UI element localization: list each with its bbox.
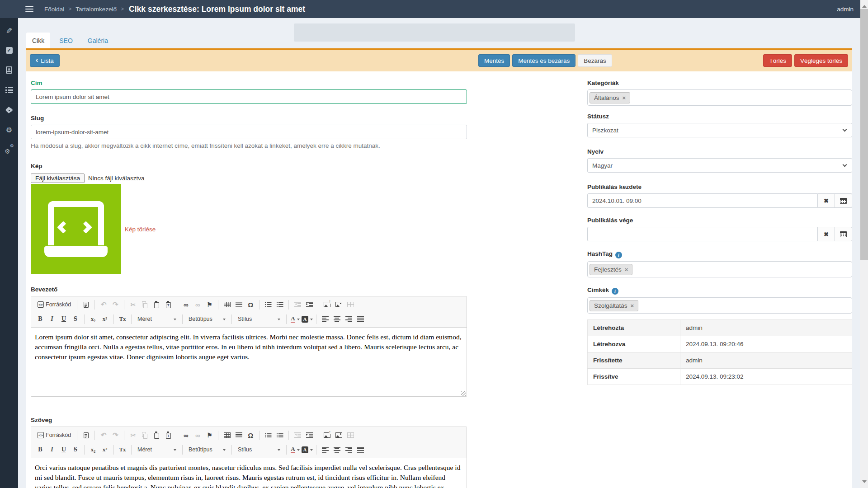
- image-button[interactable]: [333, 299, 344, 310]
- breadcrumb-cms-link[interactable]: Tartalomkezelő: [75, 6, 117, 13]
- align-left-button[interactable]: [320, 444, 330, 455]
- save-button[interactable]: Mentés: [478, 54, 510, 67]
- image-upload-button[interactable]: [321, 299, 332, 310]
- scroll-down-arrow-icon[interactable]: [862, 480, 867, 485]
- align-right-button[interactable]: [343, 314, 354, 324]
- sidebar-item-settings[interactable]: ⚙: [5, 126, 14, 134]
- paste-from-word-button[interactable]: [163, 299, 174, 310]
- copy-button[interactable]: [139, 299, 150, 310]
- publish-start-input[interactable]: [587, 193, 818, 208]
- text-color-button[interactable]: A: [290, 444, 301, 455]
- undo-button[interactable]: ↶: [98, 430, 109, 441]
- style-select[interactable]: Stílus: [235, 444, 283, 455]
- source-button[interactable]: Forráskód: [35, 430, 74, 441]
- scroll-up-arrow-icon[interactable]: [862, 3, 867, 8]
- font-family-select[interactable]: Betűtípus: [185, 314, 229, 324]
- sidebar-item-system[interactable]: ⚙⚙: [5, 145, 14, 154]
- anchor-button[interactable]: ⚑: [204, 430, 215, 441]
- paste-button[interactable]: [151, 299, 162, 310]
- unlink-button[interactable]: ∞: [192, 430, 203, 441]
- sidebar-item-contacts[interactable]: [5, 66, 14, 74]
- subscript-button[interactable]: x₂: [88, 314, 99, 324]
- superscript-button[interactable]: x²: [99, 444, 110, 455]
- tab-seo[interactable]: SEO: [53, 33, 79, 48]
- redo-button[interactable]: ↷: [110, 299, 121, 310]
- info-icon[interactable]: i: [615, 252, 622, 258]
- cut-button[interactable]: ✂: [127, 299, 138, 310]
- image-upload-button[interactable]: [321, 430, 332, 441]
- text-color-button[interactable]: A: [290, 314, 301, 324]
- remove-tag-icon[interactable]: ×: [623, 95, 626, 101]
- remove-format-button[interactable]: Tx: [117, 444, 128, 455]
- superscript-button[interactable]: x²: [99, 314, 110, 324]
- menu-toggle-button[interactable]: [25, 6, 33, 13]
- delete-button[interactable]: Törlés: [763, 54, 792, 67]
- align-justify-button[interactable]: [355, 444, 366, 455]
- tab-cikk[interactable]: Cikk: [26, 33, 50, 48]
- bold-button[interactable]: B: [35, 314, 46, 324]
- font-size-select[interactable]: Méret: [134, 314, 179, 324]
- table-button[interactable]: [222, 299, 232, 310]
- font-family-select[interactable]: Betűtípus: [185, 444, 229, 455]
- labels-tag-input[interactable]: Szolgáltatás ×: [587, 297, 852, 314]
- save-and-close-button[interactable]: Mentés és bezárás: [512, 54, 576, 67]
- italic-button[interactable]: I: [47, 444, 57, 455]
- info-icon[interactable]: i: [612, 288, 618, 295]
- undo-button[interactable]: ↶: [98, 299, 109, 310]
- background-color-button[interactable]: A: [302, 444, 313, 455]
- font-size-select[interactable]: Méret: [134, 444, 179, 455]
- bold-button[interactable]: B: [35, 444, 46, 455]
- templates-button[interactable]: [80, 430, 91, 441]
- bulleted-list-button[interactable]: [274, 299, 285, 310]
- indent-button[interactable]: [304, 430, 315, 441]
- user-menu[interactable]: admin: [837, 6, 854, 13]
- link-button[interactable]: ∞: [180, 430, 191, 441]
- strikethrough-button[interactable]: S: [70, 314, 81, 324]
- iframe-button[interactable]: [345, 299, 356, 310]
- image-button[interactable]: [333, 430, 344, 441]
- sidebar-item-lists[interactable]: [5, 86, 14, 94]
- sidebar-item-articles[interactable]: ✎: [5, 26, 14, 34]
- hashtag-tag-input[interactable]: Fejlesztés ×: [587, 261, 852, 277]
- back-to-list-button[interactable]: ‹ Lista: [30, 54, 60, 67]
- templates-button[interactable]: [80, 299, 91, 310]
- underline-button[interactable]: U: [58, 444, 69, 455]
- remove-tag-icon[interactable]: ×: [625, 267, 628, 272]
- breadcrumb-home-link[interactable]: Főoldal: [44, 6, 64, 13]
- body-editor-content[interactable]: Orci varius natoque penatibus et magnis …: [31, 458, 467, 488]
- language-select[interactable]: Magyar: [587, 158, 852, 173]
- subscript-button[interactable]: x₂: [88, 444, 99, 455]
- underline-button[interactable]: U: [58, 314, 69, 324]
- bulleted-list-button[interactable]: [274, 430, 285, 441]
- horizontal-rule-button[interactable]: [233, 299, 244, 310]
- sidebar-item-tasks[interactable]: [5, 46, 14, 54]
- title-input[interactable]: [31, 89, 467, 104]
- close-button[interactable]: Bezárás: [578, 54, 612, 67]
- clear-date-button[interactable]: ✖: [818, 227, 835, 241]
- calendar-button[interactable]: [835, 193, 852, 208]
- calendar-button[interactable]: [835, 227, 852, 241]
- scrollbar[interactable]: [860, 0, 868, 488]
- italic-button[interactable]: I: [47, 314, 57, 324]
- choose-file-button[interactable]: Fájl kiválasztása: [31, 174, 85, 183]
- remove-format-button[interactable]: Tx: [117, 314, 128, 324]
- sidebar-item-tags[interactable]: [5, 106, 14, 114]
- anchor-button[interactable]: ⚑: [204, 299, 215, 310]
- unlink-button[interactable]: ∞: [192, 299, 203, 310]
- cut-button[interactable]: ✂: [127, 430, 138, 441]
- scrollbar-thumb[interactable]: [860, 9, 868, 260]
- align-right-button[interactable]: [343, 444, 354, 455]
- tab-galeria[interactable]: Galéria: [82, 33, 114, 48]
- numbered-list-button[interactable]: [263, 299, 274, 310]
- table-button[interactable]: [222, 430, 232, 441]
- intro-editor-content[interactable]: Lorem ipsum dolor sit amet, consectetur …: [31, 328, 467, 396]
- horizontal-rule-button[interactable]: [233, 430, 244, 441]
- clear-date-button[interactable]: ✖: [818, 193, 835, 208]
- resize-grip[interactable]: [461, 391, 466, 396]
- categories-tag-input[interactable]: Általános ×: [587, 89, 852, 106]
- slug-input[interactable]: [31, 125, 467, 139]
- copy-button[interactable]: [139, 430, 150, 441]
- permanent-delete-button[interactable]: Végleges törlés: [794, 54, 848, 67]
- status-select[interactable]: Piszkozat: [587, 123, 852, 137]
- delete-image-link[interactable]: Kép törlése: [125, 226, 156, 233]
